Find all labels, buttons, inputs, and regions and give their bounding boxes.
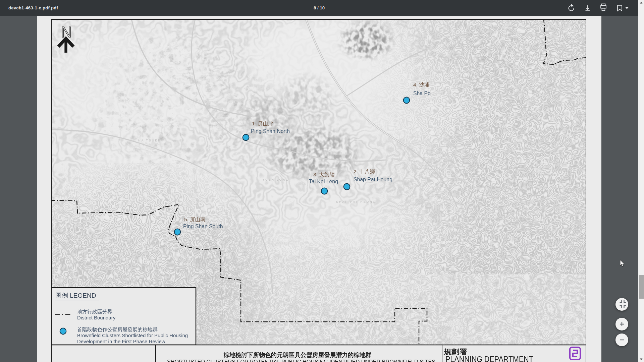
svg-text:Brownfield Clusters Shortliste: Brownfield Clusters Shortlisted for Publ… — [77, 333, 188, 338]
svg-text:SHAP PAT HEUNG: SHAP PAT HEUNG — [336, 200, 376, 203]
svg-text:圖例 LEGEND: 圖例 LEGEND — [55, 292, 96, 299]
svg-text:HA TSUEN: HA TSUEN — [138, 139, 161, 142]
svg-text:棕地檢討下所物色的元朗區具公營房屋發展潛力的棕地群: 棕地檢討下所物色的元朗區具公營房屋發展潛力的棕地群 — [223, 352, 372, 358]
svg-text:Development in the First Phase: Development in the First Phase Review — [77, 339, 165, 344]
svg-text:1. 屏山北: 1. 屏山北 — [252, 121, 273, 126]
svg-text:3. 大旗嶺: 3. 大旗嶺 — [313, 172, 335, 177]
svg-text:4. 沙埔: 4. 沙埔 — [413, 82, 429, 87]
svg-text:規劃署: 規劃署 — [443, 348, 467, 355]
svg-text:MAI PO: MAI PO — [511, 37, 527, 41]
svg-text:首階段物色作公營房屋發展的棕地群: 首階段物色作公營房屋發展的棕地群 — [77, 326, 158, 332]
svg-text:District Boundary: District Boundary — [77, 315, 116, 320]
svg-text:Shap Pat Heung: Shap Pat Heung — [354, 177, 392, 182]
svg-text:Ping Shan South: Ping Shan South — [183, 224, 223, 229]
svg-text:YUEN LONG: YUEN LONG — [262, 178, 289, 181]
svg-text:PLANNING DEPARTMENT: PLANNING DEPARTMENT — [445, 355, 533, 362]
svg-text:PAT HEUNG: PAT HEUNG — [522, 153, 548, 157]
svg-text:Tai Kei Leng: Tai Kei Leng — [309, 179, 338, 184]
svg-text:2. 十八鄉: 2. 十八鄉 — [354, 169, 375, 174]
svg-text:5. 屏山南: 5. 屏山南 — [184, 217, 206, 222]
svg-text:地方行政區分界: 地方行政區分界 — [77, 309, 112, 314]
svg-text:Sha Po: Sha Po — [413, 90, 431, 96]
svg-text:Ping Shan North: Ping Shan North — [251, 128, 290, 134]
svg-text:SHORTLISTED CLUSTERS FOR POTEN: SHORTLISTED CLUSTERS FOR POTENTIAL PUBLI… — [167, 359, 435, 362]
